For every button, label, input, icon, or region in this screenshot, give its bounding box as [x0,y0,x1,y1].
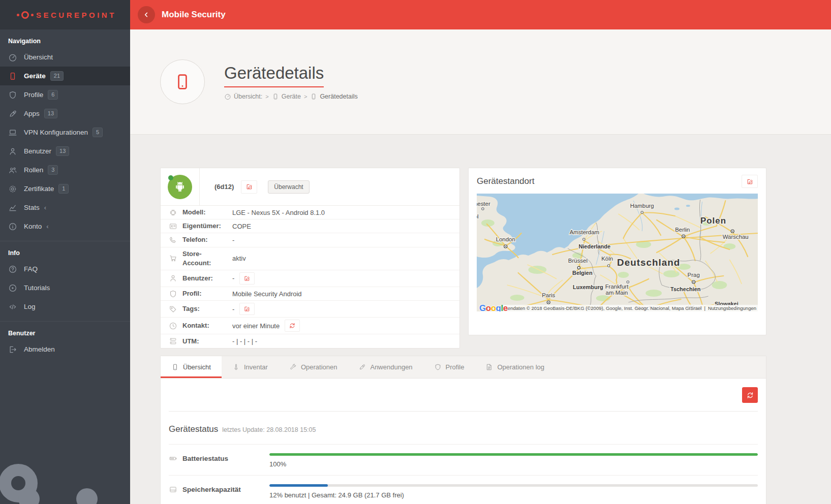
refresh-status-button[interactable] [742,387,758,403]
map-label-niederlande: Niederlande [578,243,610,249]
device-id: (6d12) [214,183,234,191]
map-label-tschechien: Tschechien [670,286,701,292]
edit-location-button[interactable] [742,175,758,188]
code-icon [8,302,17,311]
wrench-icon [289,363,297,371]
nav-section-title-navigation: Navigation [0,29,130,48]
page-header: Gerätedetails Übersicht: > Geräte > Gerä… [130,29,831,135]
device-row-telefon: Telefon: - [161,233,459,247]
gauge-icon [224,93,231,100]
tag-icon [169,305,177,313]
map-label-amsterdam: Amsterdam [570,229,599,235]
device-row-store-account: Store-Account: aktiv [161,247,459,270]
certificate-icon [8,184,17,194]
tab-bar: Übersicht Inventar Operationen Anwendung… [161,356,766,379]
device-location-card: Gerätestandort [468,168,766,335]
refresh-icon [289,322,296,329]
map-canvas: Hamburg Berlin Amsterdam London Brüssel … [477,194,758,311]
edit-icon [243,305,251,312]
tab-profile[interactable]: Profile [423,356,475,378]
sidebar-item-vpn-konfigurationen[interactable]: VPN Konfigurationen 5 [0,123,130,142]
map-label-deutschland: Deutschland [617,257,680,268]
watermark-logo-dot [18,488,40,504]
sidebar-item-rollen[interactable]: Rollen 3 [0,161,130,179]
logout-icon [8,345,17,354]
phone-icon [171,363,179,371]
sidebar-item-log[interactable]: Log [0,297,130,316]
tab-operationen-log[interactable]: Operationen log [475,356,555,378]
map-label-belgien: Belgien [572,270,593,276]
brand-name: SECUREPOINT [36,11,116,19]
device-row-tags: Tags: - [161,301,459,318]
sidebar-item-zertifikate[interactable]: Zertifikate 1 [0,179,130,198]
sidebar-item-uebersicht[interactable]: Übersicht [0,48,130,67]
storage-status-row: Speicherkapazität 12% benutzt | Gesamt: … [169,476,758,504]
breadcrumb-uebersicht[interactable]: Übersicht: [224,93,262,100]
sidebar-item-konto[interactable]: Konto ‹ [0,217,130,236]
count-badge: 1 [58,184,69,194]
sidebar-item-profile[interactable]: Profile 6 [0,85,130,104]
count-badge: 21 [50,71,64,81]
storage-usage-text: 12% benutzt | Gesamt: 24.9 GB (21.7 GB f… [269,491,758,499]
edit-icon [245,183,253,191]
sidebar-item-stats[interactable]: Stats ‹ [0,198,130,217]
file-icon [485,363,493,371]
brand-logo[interactable]: SECUREPOINT [0,0,130,29]
battery-icon [169,454,177,463]
shield-icon [169,290,177,298]
id-card-icon [169,222,177,231]
breadcrumb-geraete[interactable]: Geräte [272,93,301,100]
count-badge: 13 [56,146,69,156]
play-circle-icon [8,284,17,293]
refresh-contact-button[interactable] [285,320,300,332]
app-header: Mobile Security [130,0,831,29]
tab-operationen[interactable]: Operationen [279,356,348,378]
count-badge: 13 [44,109,57,118]
breadcrumb-separator: > [304,93,307,100]
map-attribution: Kartendaten © 2018 GeoBasis-DE/BKG (©200… [503,305,758,311]
sidebar-item-tutorials[interactable]: Tutorials [0,278,130,297]
edit-user-button[interactable] [239,272,255,285]
breadcrumb-separator: > [265,93,268,100]
tab-uebersicht[interactable]: Übersicht [161,356,222,378]
sidebar: SECUREPOINT Navigation Übersicht Geräte … [0,0,130,504]
tab-anwendungen[interactable]: Anwendungen [348,356,423,378]
sidebar-item-benutzer[interactable]: Benutzer 13 [0,142,130,161]
map-label-koeln: Köln [601,256,613,262]
tab-inventar[interactable]: Inventar [222,356,279,378]
edit-device-name-button[interactable] [241,180,257,194]
sidebar-item-faq[interactable]: FAQ [0,260,130,278]
map-label-prag: Prag [688,272,700,278]
shield-icon [8,90,17,100]
back-button[interactable] [138,6,155,23]
phone-icon [8,72,17,81]
map-label-london: London [496,236,515,242]
securepoint-logo-icon [17,11,34,19]
device-row-utm: UTM: - | - | - | - [161,334,459,348]
page-content: (6d12) Überwacht Modell: LGE - Nexus 5X … [130,135,831,504]
rocket-icon [8,109,17,118]
sidebar-item-abmelden[interactable]: Abmelden [0,340,130,359]
sidebar-item-geraete[interactable]: Geräte 21 [0,67,130,85]
map-label-bruessel: Brüssel [568,258,588,264]
rocket-icon [358,363,366,371]
device-avatar-cell [161,168,200,205]
battery-progress-bar [269,453,758,456]
breadcrumb-geraetedetails[interactable]: Gerätedetails [310,93,357,100]
edit-icon [746,178,754,185]
online-status-dot [168,175,173,180]
edit-tags-button[interactable] [239,303,255,315]
google-logo[interactable]: Google [479,304,508,311]
chart-icon [8,203,17,212]
map-label-frankfurt-2: am Main [606,290,628,296]
device-info-card: (6d12) Überwacht Modell: LGE - Nexus 5X … [160,168,460,349]
map-terms-link[interactable]: Nutzungsbedingungen [708,305,756,311]
google-map[interactable]: Hamburg Berlin Amsterdam London Brüssel … [477,194,758,311]
location-title: Gerätestandort [477,176,534,186]
storage-disk-icon [169,485,177,494]
tab-content: Gerätestatus letztes Update: 28.08.2018 … [161,379,766,504]
sidebar-item-apps[interactable]: Apps 13 [0,104,130,123]
shield-icon [434,363,442,371]
page-icon-circle [160,59,205,104]
map-label-warschau: Warschau [723,234,749,240]
